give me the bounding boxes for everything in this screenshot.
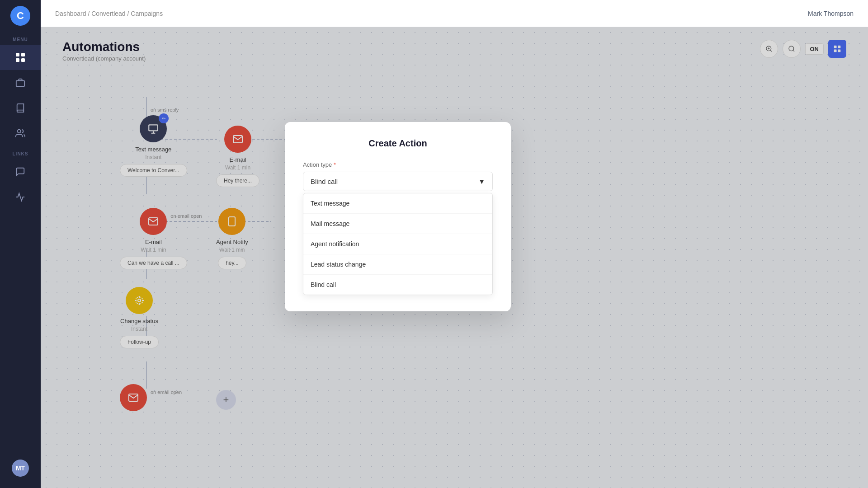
svg-rect-3 xyxy=(21,58,25,62)
user-name: Mark Thompson xyxy=(808,10,854,17)
svg-point-5 xyxy=(18,130,21,133)
sidebar-item-chat[interactable] xyxy=(0,159,41,184)
option-lead-status-change[interactable]: Lead status change xyxy=(303,254,492,275)
sidebar-item-users[interactable] xyxy=(0,121,41,146)
dropdown-selected-value: Blind call xyxy=(311,178,338,185)
sidebar-item-grid[interactable] xyxy=(0,45,41,70)
analytics-icon xyxy=(14,191,27,203)
main-content: Dashboard / Convertlead / Campaigns Mark… xyxy=(41,0,868,488)
svg-rect-4 xyxy=(16,80,24,86)
grid-icon xyxy=(14,51,27,64)
canvas-area: Automations Convertlead (company account… xyxy=(41,27,868,488)
modal-overlay: Create Action Action type * Blind call ▼… xyxy=(41,27,868,488)
required-indicator: * xyxy=(334,161,336,168)
action-type-dropdown[interactable]: Blind call ▼ xyxy=(303,172,493,191)
create-action-modal: Create Action Action type * Blind call ▼… xyxy=(285,122,511,311)
logo-icon[interactable]: C xyxy=(10,6,30,26)
links-label: LINKS xyxy=(0,151,41,156)
action-type-label: Action type * xyxy=(303,161,493,168)
menu-label: MENU xyxy=(0,37,41,42)
svg-rect-1 xyxy=(21,53,25,56)
chat-icon xyxy=(14,165,27,178)
book-icon xyxy=(14,102,27,114)
svg-rect-2 xyxy=(16,58,19,62)
sidebar-item-briefcase[interactable] xyxy=(0,70,41,95)
users-icon xyxy=(14,127,27,140)
sidebar-logo: C xyxy=(0,0,41,32)
briefcase-icon xyxy=(14,76,27,89)
option-blind-call[interactable]: Blind call xyxy=(303,275,492,295)
option-agent-notification[interactable]: Agent notification xyxy=(303,234,492,254)
svg-rect-0 xyxy=(16,53,19,56)
sidebar-item-analytics[interactable] xyxy=(0,184,41,210)
dropdown-chevron-icon: ▼ xyxy=(478,178,485,185)
option-text-message[interactable]: Text message xyxy=(303,193,492,214)
sidebar-item-book[interactable] xyxy=(0,95,41,121)
option-mail-message[interactable]: Mail message xyxy=(303,214,492,234)
avatar: MT xyxy=(12,460,29,477)
topbar: Dashboard / Convertlead / Campaigns Mark… xyxy=(41,0,868,27)
modal-title: Create Action xyxy=(303,138,493,149)
sidebar: C MENU xyxy=(0,0,41,488)
sidebar-item-profile[interactable]: MT xyxy=(0,455,41,481)
action-type-dropdown-list: Text message Mail message Agent notifica… xyxy=(303,193,493,295)
breadcrumb: Dashboard / Convertlead / Campaigns xyxy=(55,10,163,17)
